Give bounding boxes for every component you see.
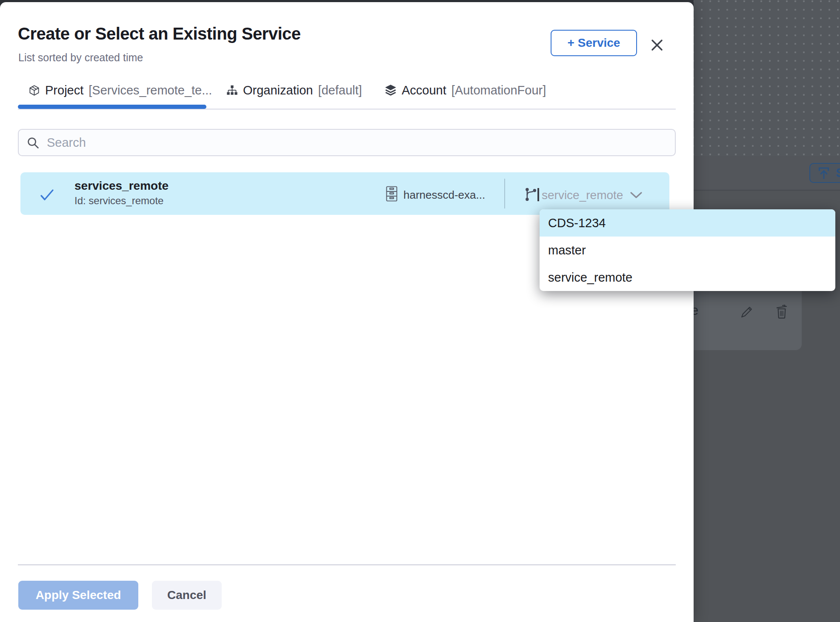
branch-option-cds-1234[interactable]: CDS-1234 <box>540 209 835 237</box>
tab-account[interactable]: Account [AutomationFour] <box>385 79 546 101</box>
tab-project-scope: [Services_remote_te... <box>89 83 212 97</box>
tab-organization-label: Organization <box>243 83 313 97</box>
modal-subtitle: List sorted by created time <box>18 51 143 64</box>
layers-icon <box>385 84 397 96</box>
org-chart-icon <box>226 85 238 96</box>
footer-divider <box>18 564 676 565</box>
service-id: Id: services_remote <box>74 195 163 207</box>
scope-tabs: Project [Services_remote_te... Organizat… <box>0 79 694 111</box>
text-caret <box>537 188 539 201</box>
cube-icon <box>29 85 40 96</box>
tab-project-label: Project <box>45 83 83 97</box>
tab-account-label: Account <box>402 83 446 97</box>
branch-option-service-remote[interactable]: service_remote <box>540 264 835 291</box>
branch-select-value[interactable]: service_remote <box>542 188 623 202</box>
upload-icon <box>817 166 831 180</box>
cancel-button[interactable]: Cancel <box>152 581 222 610</box>
background-canvas: S e <box>694 0 840 622</box>
branch-option-master[interactable]: master <box>540 237 835 264</box>
service-row-services-remote[interactable]: services_remote Id: services_remote harn… <box>20 172 669 215</box>
git-branch-icon <box>524 187 537 202</box>
search-icon <box>26 136 40 149</box>
close-button[interactable] <box>647 35 667 55</box>
close-icon <box>650 38 664 52</box>
selected-check-icon <box>40 189 54 201</box>
tab-organization[interactable]: Organization [default] <box>226 79 362 101</box>
create-select-service-modal: Create or Select an Existing Service Lis… <box>0 2 694 622</box>
modal-title: Create or Select an Existing Service <box>18 24 301 43</box>
save-button-label: S <box>836 166 840 180</box>
repository-name: harnesscd-exa... <box>403 188 485 202</box>
chevron-down-icon[interactable] <box>630 191 643 199</box>
active-tab-underline <box>18 105 206 109</box>
apply-selected-button[interactable]: Apply Selected <box>18 581 138 610</box>
tab-organization-scope: [default] <box>318 83 362 97</box>
add-service-button-label: + Service <box>568 36 620 50</box>
service-name: services_remote <box>74 179 169 193</box>
delete-trash-icon[interactable] <box>774 304 789 319</box>
add-service-button[interactable]: + Service <box>551 30 637 56</box>
repository-icon <box>386 186 398 202</box>
search-input[interactable]: Search <box>18 129 676 156</box>
row-divider <box>504 179 505 208</box>
tab-project[interactable]: Project [Services_remote_te... <box>29 79 212 101</box>
cancel-label: Cancel <box>167 588 206 602</box>
tab-account-scope: [AutomationFour] <box>451 83 546 97</box>
canvas-dot-grid <box>694 0 840 156</box>
search-placeholder: Search <box>47 136 86 150</box>
background-card-text: e <box>694 303 698 318</box>
edit-pencil-icon[interactable] <box>740 305 753 318</box>
apply-selected-label: Apply Selected <box>36 588 121 602</box>
canvas-toolbar: S <box>694 156 840 191</box>
save-button[interactable]: S <box>809 163 840 183</box>
branch-dropdown-menu: CDS-1234 master service_remote <box>540 209 835 291</box>
